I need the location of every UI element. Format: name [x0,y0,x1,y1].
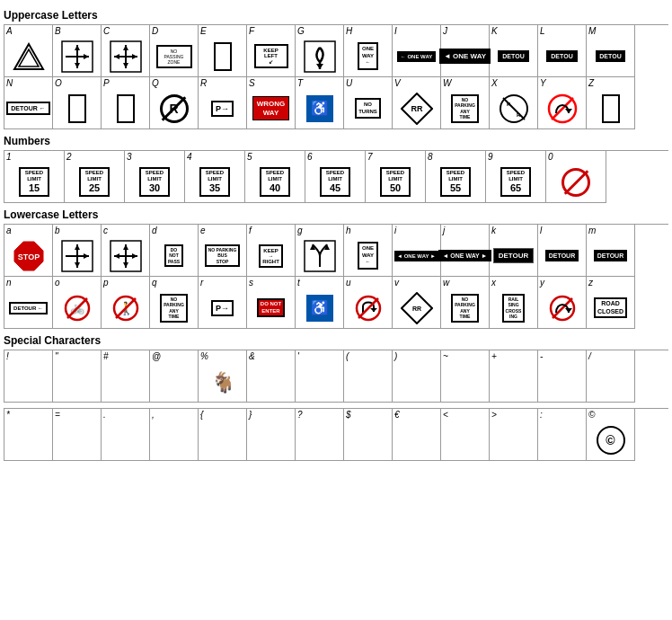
char-p[interactable]: p 🚶 [102,277,150,329]
char-S[interactable]: S WRONGWAY [247,77,296,129]
char-dollar[interactable]: $ [344,409,393,461]
char-exclaim[interactable]: ! [4,350,53,403]
char-k[interactable]: k DETOUR [490,225,538,277]
char-J[interactable]: J ◄ ONE WAY [441,25,490,77]
char-a[interactable]: a STOP [4,225,53,277]
char-t[interactable]: t ♿ [296,277,344,329]
char-m[interactable]: m DETOUR [587,225,635,277]
char-gt[interactable]: > [490,409,538,461]
char-F[interactable]: F KEEPLEFT↙ [247,25,296,77]
char-dot[interactable]: . [102,409,150,461]
lowercase-grid: a STOP b [4,224,668,329]
char-minus[interactable]: - [538,350,587,403]
cross-sign [110,40,142,73]
char-lparen[interactable]: ( [344,350,393,403]
char-q[interactable]: q NOPARKINGANYTIME [150,277,199,329]
char-D[interactable]: D NOPASSINGZONE [150,25,199,77]
char-at[interactable]: @ [150,350,199,403]
char-euro[interactable]: € [393,409,441,461]
char-K[interactable]: K DETOU [490,25,538,77]
char-equals[interactable]: = [53,409,102,461]
char-colon[interactable]: : [538,409,587,461]
char-d[interactable]: d DONOTPASS [150,225,199,277]
char-G[interactable]: G [296,25,344,77]
char-x[interactable]: x RAILSINGCROSSING [490,277,538,329]
char-A[interactable]: A [4,25,53,77]
char-R[interactable]: R P→ [199,77,247,129]
char-O[interactable]: O [53,77,102,129]
svg-text:RR: RR [411,306,420,312]
char-j[interactable]: j ◄ ONE WAY ► [441,225,490,277]
char-E[interactable]: E [199,25,247,77]
char-plus[interactable]: + [490,350,538,403]
char-N[interactable]: N DETOUR ← [4,77,53,129]
char-l[interactable]: l DETOUR [538,225,587,277]
char-question[interactable]: ? [296,409,344,461]
char-w[interactable]: w NOPARKINGANYTIME [441,277,490,329]
char-e[interactable]: e NO PARKINGBUSSTOP [199,225,247,277]
stop-sign: STOP [13,240,45,272]
char-7[interactable]: 7 SPEEDLIMIT50 [366,151,426,203]
char-U[interactable]: U NOTURNS [344,77,393,129]
char-star[interactable]: * [4,409,53,461]
char-o[interactable]: o 🚲 [53,277,102,329]
char-Z[interactable]: Z [587,77,635,129]
char-8[interactable]: 8 SPEEDLIMIT55 [426,151,486,203]
char-percent[interactable]: % 🐐 [199,350,247,403]
char-1[interactable]: 1 SPEEDLIMIT15 [4,151,65,203]
char-H[interactable]: H ONEWAY← [344,25,393,77]
char-quote[interactable]: " [53,350,102,403]
char-h[interactable]: h ONEWAY← [344,225,393,277]
char-I[interactable]: I ← ONE WAY [393,25,441,77]
no-bike-sign: 🚲 [63,294,92,323]
char-M[interactable]: M DETOU [587,25,635,77]
char-comma[interactable]: , [150,409,199,461]
char-rparen[interactable]: ) [393,350,441,403]
char-amp[interactable]: & [247,350,296,403]
char-z[interactable]: z ROADCLOSED [587,277,635,329]
no-right-sm-sign [548,294,577,323]
char-s[interactable]: s DO NOTENTER [247,277,296,329]
char-Y[interactable]: Y [538,77,587,129]
char-g[interactable]: g [296,225,344,277]
char-lt[interactable]: < [441,409,490,461]
char-L[interactable]: L DETOU [538,25,587,77]
char-n[interactable]: n DETOUR ← [4,277,53,329]
char-lbrace[interactable]: { [199,409,247,461]
char-5[interactable]: 5 SPEEDLIMIT40 [245,151,305,203]
svg-text:R: R [507,102,511,107]
curve-arrow-sign [304,40,336,73]
char-9[interactable]: 9 SPEEDLIMIT65 [486,151,546,203]
char-B[interactable]: B [53,25,102,77]
char-4[interactable]: 4 SPEEDLIMIT35 [185,151,245,203]
char-Q[interactable]: Q R [150,77,199,129]
char-V[interactable]: V RR [393,77,441,129]
char-copyright[interactable]: © © [587,409,635,461]
char-0[interactable]: 0 [546,151,606,203]
char-slash[interactable]: / [587,350,635,403]
char-v[interactable]: v RR [393,277,441,329]
lowercase-section: Lowercase Letters a STOP b [4,208,668,329]
char-c[interactable]: c [102,225,150,277]
char-X[interactable]: X R R [490,77,538,129]
char-hash[interactable]: # [102,350,150,403]
special-title: Special Characters [4,334,668,347]
char-C[interactable]: C [102,25,150,77]
char-P[interactable]: P [102,77,150,129]
char-6[interactable]: 6 SPEEDLIMIT45 [305,151,366,203]
char-b[interactable]: b [53,225,102,277]
char-T[interactable]: T ♿ [296,77,344,129]
char-u[interactable]: u [344,277,393,329]
char-rbrace[interactable]: } [247,409,296,461]
char-y[interactable]: y [538,277,587,329]
char-f[interactable]: f KEEP→RIGHT [247,225,296,277]
char-r[interactable]: r P→ [199,277,247,329]
char-i[interactable]: i ◄ ONE WAY ► [393,225,441,277]
railroad-diamond: RR [401,93,433,125]
char-tilde[interactable]: ~ [441,350,490,403]
char-apos[interactable]: ' [296,350,344,403]
no-ped-sign: 🚶 [111,294,140,323]
char-W[interactable]: W NOPARKINGANYTIME [441,77,490,129]
char-2[interactable]: 2 SPEEDLIMIT25 [65,151,125,203]
char-3[interactable]: 3 SPEEDLIMIT30 [125,151,185,203]
